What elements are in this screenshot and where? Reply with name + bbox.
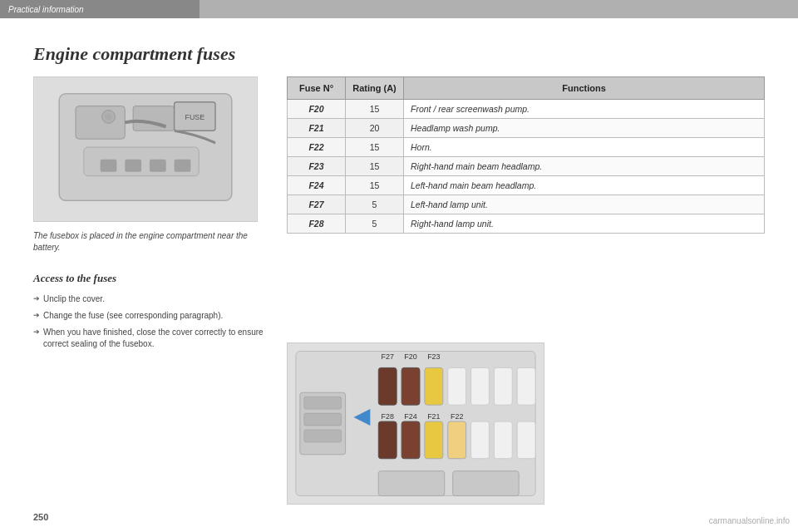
main-content: Engine compartment fuses (0, 18, 798, 532)
svg-rect-17 (304, 413, 342, 426)
svg-text:F24: F24 (404, 412, 416, 421)
right-column: Fuse N° Rating (A) Functions F2015Front … (287, 76, 765, 234)
page-number: 250 (33, 512, 48, 522)
rating-cell: 20 (346, 119, 404, 138)
header-bar-right (200, 0, 798, 18)
fuse-number-cell: F21 (288, 119, 346, 138)
svg-rect-31 (378, 421, 397, 459)
access-step-3: When you have finished, close the cover … (33, 327, 274, 350)
section-label: Practical information (0, 0, 200, 18)
table-row: F2120Headlamp wash pump. (288, 119, 765, 138)
svg-rect-7 (150, 160, 166, 172)
access-step-2: Change the fuse (see corresponding parag… (33, 310, 274, 322)
rating-cell: 15 (346, 138, 404, 157)
svg-text:F21: F21 (427, 412, 440, 421)
access-title: Access to the fuses (33, 272, 274, 285)
svg-rect-27 (471, 367, 490, 405)
svg-rect-37 (448, 421, 466, 459)
rating-cell: 15 (346, 100, 404, 119)
rating-cell: 15 (346, 157, 404, 176)
svg-rect-22 (401, 367, 420, 405)
svg-rect-29 (517, 367, 535, 405)
svg-rect-20 (378, 367, 397, 405)
svg-text:FUSE: FUSE (185, 113, 204, 121)
svg-rect-39 (494, 421, 512, 459)
fuse-number-cell: F23 (288, 157, 346, 176)
function-cell: Front / rear screenwash pump. (404, 100, 765, 119)
svg-rect-6 (125, 160, 141, 172)
svg-rect-5 (101, 160, 117, 172)
access-step-1: Unclip the cover. (33, 293, 274, 305)
table-row: F2015Front / rear screenwash pump. (288, 100, 765, 119)
top-bar: Practical information (0, 0, 798, 18)
rating-cell: 15 (346, 176, 404, 195)
svg-rect-28 (494, 367, 512, 405)
fuse-diagram: F27 F20 F23 F28 F24 F21 F22 (287, 342, 544, 505)
fuse-number-cell: F27 (288, 195, 346, 214)
image-caption: The fusebox is placed in the engine comp… (33, 230, 274, 254)
watermark: carmanualsonline.info (709, 516, 790, 525)
svg-rect-33 (401, 421, 420, 459)
col-header-rating: Rating (A) (346, 77, 404, 100)
fuse-number-cell: F28 (288, 214, 346, 234)
rating-cell: 5 (346, 195, 404, 214)
svg-rect-16 (304, 397, 342, 409)
svg-point-12 (106, 113, 112, 120)
function-cell: Right-hand lamp unit. (404, 214, 765, 234)
svg-rect-2 (76, 106, 125, 140)
function-cell: Horn. (404, 138, 765, 157)
access-list: Unclip the cover. Change the fuse (see c… (33, 293, 274, 350)
svg-text:F23: F23 (427, 353, 440, 362)
svg-rect-40 (517, 421, 535, 459)
svg-text:F27: F27 (382, 353, 394, 362)
function-cell: Left-hand main beam headlamp. (404, 176, 765, 195)
svg-rect-38 (471, 421, 490, 459)
svg-rect-8 (175, 160, 191, 172)
svg-rect-18 (304, 430, 342, 442)
table-row: F2215Horn. (288, 138, 765, 157)
function-cell: Right-hand main beam headlamp. (404, 157, 765, 176)
svg-rect-42 (453, 471, 519, 496)
table-row: F285Right-hand lamp unit. (288, 214, 765, 234)
left-column: FUSE The fusebox is placed in the engine… (33, 76, 274, 355)
svg-rect-3 (133, 106, 174, 131)
table-row: F2415Left-hand main beam headlamp. (288, 176, 765, 195)
col-header-fuse: Fuse N° (288, 77, 346, 100)
svg-rect-35 (425, 421, 443, 459)
rating-cell: 5 (346, 214, 404, 234)
svg-rect-24 (425, 367, 443, 405)
svg-text:F20: F20 (404, 353, 416, 362)
svg-rect-41 (378, 471, 444, 496)
fuse-number-cell: F22 (288, 138, 346, 157)
table-row: F275Left-hand lamp unit. (288, 195, 765, 214)
fuse-table: Fuse N° Rating (A) Functions F2015Front … (287, 76, 765, 234)
function-cell: Left-hand lamp unit. (404, 195, 765, 214)
page-title: Engine compartment fuses (33, 43, 765, 65)
fuse-number-cell: F20 (288, 100, 346, 119)
col-header-functions: Functions (404, 77, 765, 100)
svg-text:F22: F22 (451, 412, 463, 421)
table-row: F2315Right-hand main beam headlamp. (288, 157, 765, 176)
engine-image: FUSE (33, 76, 258, 222)
function-cell: Headlamp wash pump. (404, 119, 765, 138)
svg-text:F28: F28 (382, 412, 394, 421)
fuse-number-cell: F24 (288, 176, 346, 195)
svg-rect-26 (448, 367, 466, 405)
